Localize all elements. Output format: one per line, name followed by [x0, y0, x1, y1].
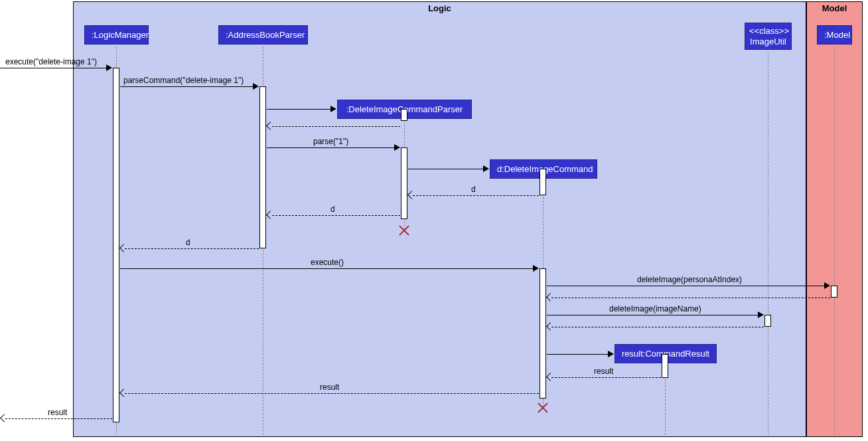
msg-return-result-1: result	[594, 367, 613, 376]
arrowhead-create-dic	[483, 165, 489, 172]
destroy-deleteimagecommand	[536, 400, 549, 414]
msg-return-result-2: result	[320, 383, 339, 392]
activation-dic-2	[540, 268, 546, 398]
activation-imageutil	[764, 315, 771, 327]
arrow-m5	[272, 215, 400, 216]
arrowhead-m2	[253, 83, 259, 90]
participant-logicmanager: :LogicManager	[84, 25, 149, 44]
imageutil-name: ImageUtil	[750, 37, 786, 46]
frame-logic: Logic	[73, 1, 806, 437]
activation-model	[831, 286, 837, 298]
activation-addressbookparser	[259, 86, 266, 248]
msg-return-d-2: d	[330, 205, 335, 214]
arrowhead-create-cr	[608, 351, 614, 357]
activation-logicmanager	[113, 68, 119, 422]
lifeline-imageutil	[768, 52, 768, 435]
arrowhead-m8	[824, 282, 830, 289]
msg-return-result-3: result	[48, 408, 67, 417]
arrow-create-cr	[547, 354, 609, 355]
arrowhead-m1	[106, 64, 112, 71]
activation-commandresult	[662, 354, 668, 378]
destroy-deleteimagecommandparser	[398, 223, 411, 236]
msg-parsecommand: parseCommand("delete-image 1")	[123, 76, 244, 85]
imageutil-stereotype: <<class>>	[749, 26, 789, 36]
participant-model: :Model	[817, 25, 852, 44]
arrow-m3	[267, 147, 396, 148]
arrow-m11	[125, 393, 539, 394]
msg-execute-delete-image: execute("delete-image 1")	[5, 57, 97, 66]
participant-addressbookparser: :AddressBookParser	[218, 25, 308, 44]
arrow-m7	[120, 268, 534, 269]
frame-model-label: Model	[807, 3, 862, 13]
activation-dicp-1	[401, 109, 407, 121]
activation-dicp-2	[401, 147, 407, 219]
arrow-m12	[5, 418, 112, 419]
arrow-create-dicp	[267, 109, 332, 110]
arrow-create-dic	[408, 169, 484, 169]
frame-logic-label: Logic	[74, 3, 806, 13]
arrowhead-m9	[758, 311, 764, 318]
arrowhead-m7	[533, 265, 539, 272]
arrow-return-dicp	[272, 126, 400, 127]
msg-execute: execute()	[311, 258, 344, 267]
arrow-m8	[547, 286, 826, 286]
arrow-m8r	[551, 298, 830, 298]
arrow-m10	[551, 377, 661, 378]
msg-deleteimage-persona: deleteImage(personaAtIndex)	[637, 275, 742, 284]
arrow-m6	[125, 248, 259, 249]
msg-parse: parse("1")	[313, 137, 348, 146]
lifeline-model	[834, 46, 835, 435]
participant-imageutil: <<class>> ImageUtil	[745, 23, 792, 50]
msg-return-d-3: d	[186, 238, 190, 247]
activation-dic-1	[540, 169, 546, 195]
arrow-m9	[547, 315, 759, 315]
arrow-m2	[120, 86, 254, 87]
arrow-m4	[413, 195, 539, 196]
msg-deleteimage-name: deleteImage(imageName)	[609, 304, 701, 313]
arrow-m9r	[551, 327, 764, 327]
arrowhead-m12	[0, 414, 9, 422]
arrow-m1	[0, 68, 108, 68]
arrowhead-m3	[394, 144, 400, 151]
sequence-diagram: Logic Model :LogicManager :AddressBookPa…	[0, 0, 868, 441]
arrowhead-create-dicp	[330, 106, 336, 112]
msg-return-d-1: d	[471, 185, 476, 194]
